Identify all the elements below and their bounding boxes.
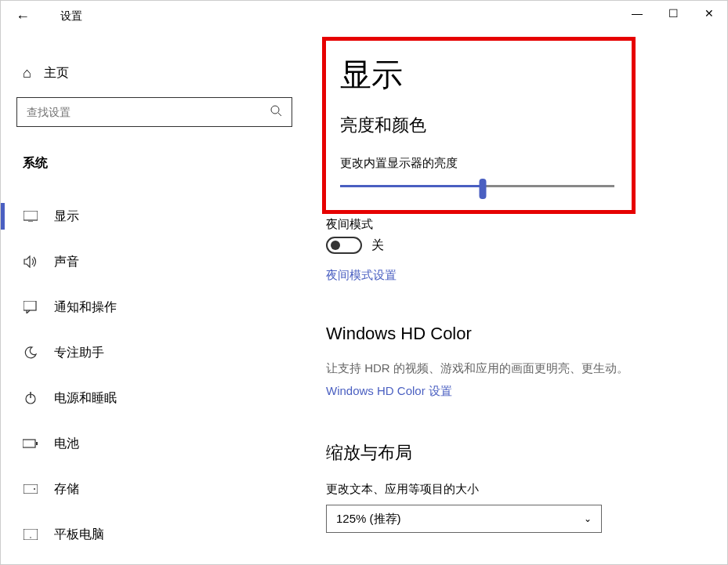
chevron-down-icon: ⌄ [584, 513, 592, 524]
nav-icon [23, 484, 38, 494]
search-icon [270, 104, 282, 120]
nav-icon [23, 346, 38, 359]
svg-point-10 [34, 488, 35, 490]
nightmode-label: 夜间模式 [326, 217, 712, 232]
hd-color-link[interactable]: Windows HD Color 设置 [326, 384, 712, 399]
svg-rect-8 [36, 442, 38, 445]
nav-label: 电源和睡眠 [54, 390, 117, 407]
sidebar-item-6[interactable]: 存储 [16, 466, 299, 512]
maximize-button[interactable]: ☐ [655, 1, 691, 26]
sidebar-item-2[interactable]: 通知和操作 [16, 284, 299, 330]
scale-section-title: 缩放与布局 [326, 441, 712, 465]
minimize-button[interactable]: — [619, 1, 655, 26]
nightmode-settings-link[interactable]: 夜间模式设置 [326, 268, 712, 283]
hd-color-desc: 让支持 HDR 的视频、游戏和应用的画面更明亮、更生动。 [326, 360, 712, 376]
back-button[interactable]: ← [7, 1, 38, 32]
svg-rect-11 [24, 529, 38, 540]
slider-fill [340, 185, 483, 187]
close-button[interactable]: ✕ [691, 1, 727, 26]
nav-label: 存储 [54, 481, 79, 498]
nav-label: 电池 [54, 436, 79, 452]
slider-thumb[interactable] [480, 179, 487, 199]
svg-rect-2 [24, 211, 38, 220]
nav-icon [23, 439, 38, 448]
svg-point-0 [271, 106, 279, 114]
page-title: 显示 [340, 53, 618, 96]
category-label: 系统 [16, 149, 299, 178]
scale-value: 125% (推荐) [336, 512, 401, 527]
window-title: 设置 [60, 9, 82, 24]
sidebar-item-3[interactable]: 专注助手 [16, 330, 299, 375]
nav-icon [23, 211, 38, 222]
svg-point-12 [30, 537, 31, 538]
nav-icon [23, 529, 38, 540]
home-icon: ⌂ [23, 65, 31, 81]
home-label: 主页 [44, 65, 69, 81]
svg-line-1 [278, 113, 281, 116]
nav-label: 声音 [54, 254, 79, 270]
sidebar-item-4[interactable]: 电源和睡眠 [16, 375, 299, 421]
hd-color-title: Windows HD Color [326, 324, 712, 344]
sidebar-item-0[interactable]: 显示 [16, 194, 299, 239]
brightness-slider[interactable] [340, 179, 614, 194]
home-nav[interactable]: ⌂ 主页 [16, 56, 299, 97]
toggle-knob [331, 241, 340, 250]
sidebar-item-1[interactable]: 声音 [16, 239, 299, 284]
content-area: 显示 亮度和颜色 更改内置显示器的亮度 夜间模式 关 夜间模式设置 Window… [314, 32, 727, 564]
toggle-state-label: 关 [371, 237, 384, 254]
nav-label: 通知和操作 [54, 299, 117, 316]
brightness-section-title: 亮度和颜色 [340, 114, 618, 137]
sidebar: ⌂ 主页 系统 显示声音通知和操作专注助手电源和睡眠电池存储平板电脑 [1, 32, 314, 564]
highlight-annotation: 显示 亮度和颜色 更改内置显示器的亮度 [322, 37, 636, 214]
brightness-label: 更改内置显示器的亮度 [340, 156, 618, 171]
nav-label: 显示 [54, 208, 79, 225]
nav-icon [23, 392, 38, 404]
nav-label: 专注助手 [54, 345, 104, 361]
nav-icon [23, 301, 38, 313]
svg-rect-9 [24, 484, 38, 494]
sidebar-item-5[interactable]: 电池 [16, 421, 299, 466]
scale-label: 更改文本、应用等项目的大小 [326, 482, 712, 497]
search-input[interactable] [27, 106, 270, 118]
nav-label: 平板电脑 [54, 527, 104, 543]
nightmode-toggle[interactable] [326, 237, 362, 254]
sidebar-item-7[interactable]: 平板电脑 [16, 512, 299, 557]
scale-dropdown[interactable]: 125% (推荐) ⌄ [326, 505, 602, 533]
nav-icon [23, 255, 38, 268]
svg-rect-4 [24, 301, 36, 310]
search-box[interactable] [16, 97, 292, 127]
svg-rect-7 [23, 440, 35, 447]
